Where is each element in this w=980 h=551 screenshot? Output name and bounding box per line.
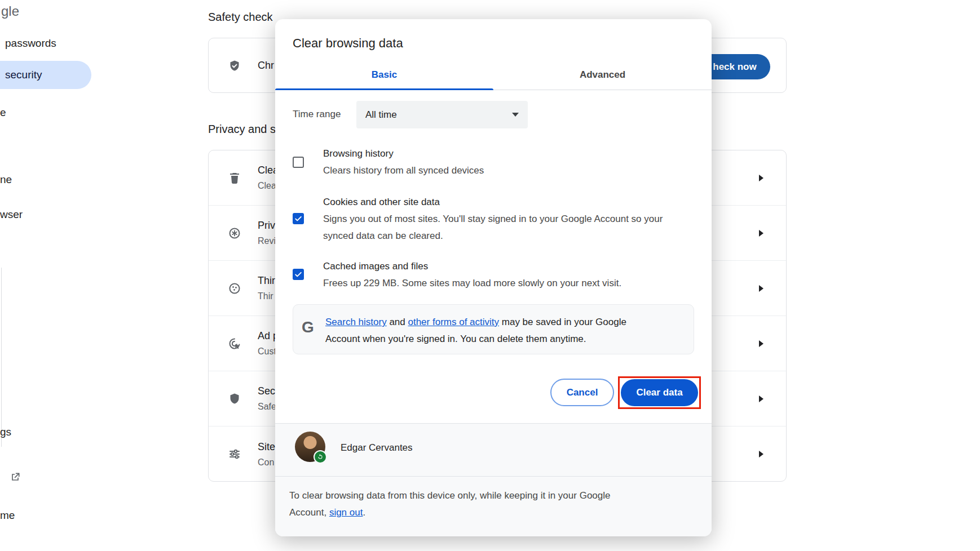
tab-basic[interactable]: Basic — [275, 60, 493, 90]
cookie-icon — [228, 282, 241, 295]
row-title: Priv — [258, 218, 276, 233]
clear-data-label: Clear data — [636, 387, 682, 398]
tab-basic-label: Basic — [372, 69, 397, 81]
account-section: Edgar Cervantes To clear browsing data f… — [275, 423, 712, 536]
avatar — [295, 432, 325, 462]
time-range-select[interactable]: All time — [356, 101, 528, 128]
cookies-checkbox[interactable] — [293, 213, 304, 224]
sidebar-item-fragment[interactable]: e — [0, 106, 6, 119]
checkbox-row-cookies: Cookies and other site data Signs you ou… — [293, 194, 692, 245]
privacy-security-heading: Privacy and s — [208, 123, 276, 136]
chevron-right-icon — [759, 340, 763, 347]
checkbox-row-cached-images: Cached images and files Frees up 229 MB.… — [293, 258, 692, 292]
browsing-history-checkbox[interactable] — [293, 157, 304, 168]
notice-mid: and — [387, 317, 408, 327]
dialog-tabs: Basic Advanced — [275, 60, 712, 90]
sidebar-item-security-label: security — [5, 69, 42, 81]
notice-text: Search history and other forms of activi… — [325, 314, 626, 348]
sidebar-item-fragment[interactable]: wser — [0, 208, 23, 221]
footer-line1: To clear browsing data from this device … — [289, 487, 610, 504]
chevron-right-icon — [759, 285, 763, 292]
check-now-label: heck now — [713, 61, 756, 73]
row-title: Thir — [258, 273, 275, 288]
external-link-icon[interactable] — [10, 472, 21, 483]
clear-browsing-data-dialog: Clear browsing data Basic Advanced Time … — [275, 19, 712, 536]
chevron-right-icon — [759, 396, 763, 402]
sidebar-item-fragment[interactable]: ne — [0, 174, 12, 186]
checkbox-title: Cached images and files — [323, 258, 692, 275]
clear-data-button[interactable]: Clear data — [621, 379, 698, 406]
checkbox-description: Signs you out of most sites. You'll stay… — [323, 211, 692, 245]
row-subtitle: Thir — [258, 290, 275, 303]
privacy-guide-icon — [228, 226, 241, 240]
dropdown-caret-icon — [512, 113, 519, 117]
ad-privacy-icon — [228, 337, 241, 350]
footer-line2-before: Account, — [289, 507, 329, 518]
sidebar-item-fragment[interactable]: me — [0, 509, 15, 522]
chevron-right-icon — [759, 230, 763, 237]
checkbox-description: Frees up 229 MB. Some sites may load mor… — [323, 275, 692, 292]
notice-rest: may be saved in your Google — [499, 317, 626, 327]
footer-line2-after: . — [363, 507, 365, 518]
tab-advanced-label: Advanced — [580, 69, 625, 81]
cancel-button[interactable]: Cancel — [550, 379, 614, 406]
checkbox-description: Clears history from all synced devices — [323, 162, 692, 179]
sign-out-link[interactable]: sign out — [329, 507, 363, 518]
row-subtitle: Revi — [258, 234, 276, 248]
search-history-link[interactable]: Search history — [325, 317, 387, 327]
cached-images-checkbox[interactable] — [293, 269, 304, 280]
divider — [275, 476, 712, 477]
google-g-icon: G — [302, 318, 314, 336]
chevron-right-icon — [759, 451, 763, 457]
shield-check-icon — [228, 59, 241, 75]
checkbox-title: Cookies and other site data — [323, 194, 692, 211]
time-range-value: All time — [365, 109, 397, 121]
cancel-label: Cancel — [567, 387, 598, 398]
safety-check-heading: Safety check — [208, 11, 273, 24]
chevron-right-icon — [759, 175, 763, 181]
account-name: Edgar Cervantes — [341, 442, 413, 454]
sidebar-item-passwords[interactable]: passwords — [5, 37, 56, 50]
tab-advanced[interactable]: Advanced — [493, 60, 712, 90]
sync-badge-icon — [314, 450, 327, 464]
row-subtitle: Con — [258, 456, 275, 469]
google-logo-fragment: gle — [1, 3, 19, 19]
sidebar-divider — [1, 268, 2, 447]
sidebar-item-fragment[interactable]: gs — [0, 426, 11, 438]
row-title: Site — [258, 439, 275, 454]
dialog-title: Clear browsing data — [293, 36, 403, 51]
notice-line2: Account when you're signed in. You can d… — [325, 331, 626, 348]
time-range-label: Time range — [293, 109, 341, 120]
checkbox-title: Browsing history — [323, 145, 692, 162]
other-activity-link[interactable]: other forms of activity — [408, 317, 499, 327]
shield-icon — [228, 392, 241, 406]
trash-icon — [228, 171, 241, 185]
checkbox-row-browsing-history: Browsing history Clears history from all… — [293, 145, 692, 179]
safety-card-title-fragment: Chr — [258, 60, 274, 72]
sliders-icon — [228, 447, 241, 461]
annotation-highlight: Clear data — [618, 376, 701, 409]
google-signin-notice: G Search history and other forms of acti… — [293, 304, 694, 354]
footer-text: To clear browsing data from this device … — [289, 487, 610, 521]
